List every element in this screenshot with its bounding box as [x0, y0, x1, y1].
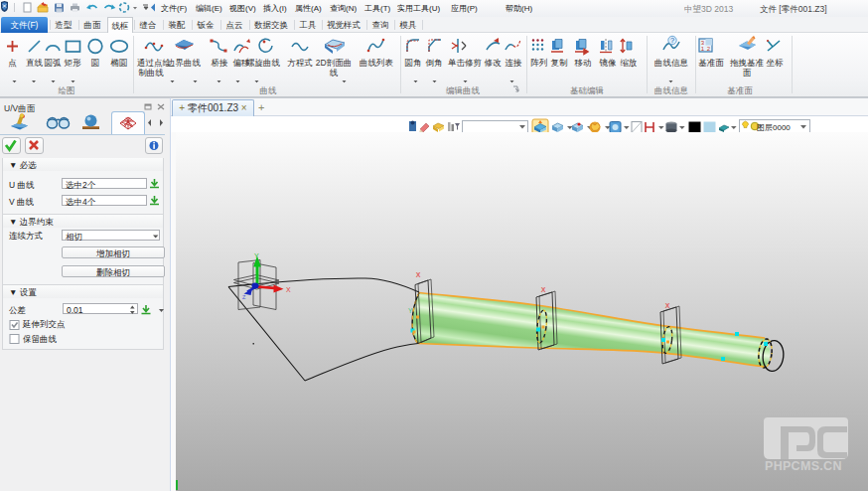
- svg-text:X: X: [286, 286, 291, 293]
- svg-text:X: X: [541, 286, 546, 293]
- svg-text:X: X: [665, 302, 670, 309]
- svg-text:X: X: [416, 271, 421, 278]
- svg-text:Y: Y: [408, 307, 413, 314]
- svg-text:Z: Z: [242, 294, 246, 300]
- svg-text:?: ?: [670, 36, 674, 45]
- svg-text:Y: Y: [254, 252, 259, 259]
- svg-text:PHPCMS.CN: PHPCMS.CN: [765, 459, 842, 473]
